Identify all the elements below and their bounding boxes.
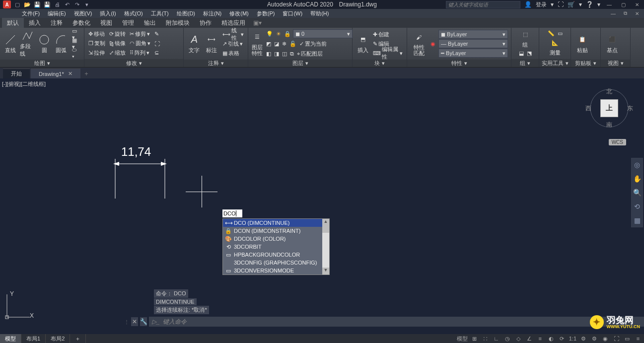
tab-close-icon[interactable]: ✕: [68, 70, 72, 77]
ribbon-tab-manage[interactable]: 管理: [117, 18, 139, 28]
layer-merge-icon[interactable]: ⧉: [289, 49, 295, 58]
linear-dim-button[interactable]: ⟷ 线性 ▾: [221, 30, 245, 39]
panel-expand-icon[interactable]: ▾: [47, 60, 50, 67]
menu-insert[interactable]: 插入(I): [96, 9, 120, 18]
layer-match-button[interactable]: ⌖ 匹配图层: [296, 49, 324, 58]
panel-expand-icon[interactable]: ▾: [593, 60, 596, 67]
viewcube-north[interactable]: 北: [606, 87, 612, 96]
cart-icon[interactable]: 🛒: [568, 1, 575, 8]
chevron-down-icon[interactable]: ▾: [579, 1, 582, 8]
panel-expand-icon[interactable]: ▾: [566, 60, 569, 67]
cmdline-close-icon[interactable]: ✕: [131, 317, 138, 326]
layer-thaw-icon[interactable]: ❄: [281, 39, 287, 48]
signin-label[interactable]: 登录: [536, 1, 547, 8]
isolate-icon[interactable]: ◉: [601, 335, 609, 343]
annovis-icon[interactable]: ⚙: [579, 335, 587, 343]
panel-expand-icon[interactable]: ▾: [305, 60, 308, 67]
ribbon-tab-param[interactable]: 参数化: [68, 18, 95, 28]
ribbon-tab-insert[interactable]: 插入: [24, 18, 46, 28]
layer-iso-icon[interactable]: ◩: [265, 39, 272, 48]
hardware-icon[interactable]: ⛶: [612, 335, 620, 343]
menu-param[interactable]: 参数(P): [253, 9, 279, 18]
viewcube-east[interactable]: 东: [627, 104, 633, 113]
panel-expand-icon[interactable]: ▾: [464, 60, 467, 67]
table-button[interactable]: ▦ 表格: [221, 49, 245, 58]
layer-on-icon[interactable]: 💡: [265, 29, 274, 38]
plot-icon[interactable]: 🖨: [54, 1, 61, 8]
mirror-button[interactable]: ⧎ 镜像: [108, 39, 127, 48]
cycling-icon[interactable]: ⟳: [558, 335, 566, 343]
pan-icon[interactable]: ✋: [633, 174, 642, 183]
workspace-icon[interactable]: ⚙: [590, 335, 598, 343]
menu-dim[interactable]: 标注(N): [199, 9, 225, 18]
layer-setcurrent-button[interactable]: ✓ 置为当前: [298, 39, 328, 48]
base-button[interactable]: ⬛基点: [604, 29, 621, 59]
text-button[interactable]: A文字: [187, 29, 202, 59]
layer-selector[interactable]: ◼ 0▾: [293, 29, 353, 38]
explode-button[interactable]: ⛶: [153, 39, 161, 48]
polyline-button[interactable]: 多段线: [20, 29, 35, 59]
zoom-icon[interactable]: 🔍: [633, 188, 642, 197]
signin-icon[interactable]: 👤: [524, 1, 532, 8]
dim-button[interactable]: ⟷标注: [204, 29, 219, 59]
measure-icon[interactable]: 📏: [547, 29, 556, 38]
menu-view[interactable]: 视图(V): [70, 9, 96, 18]
block-insert-button[interactable]: ⬒插入: [356, 29, 370, 59]
autocomplete-item[interactable]: 🎨DDCOLOR (COLOR): [223, 235, 329, 243]
app-logo-icon[interactable]: A: [3, 0, 11, 8]
dynamic-input[interactable]: DCO: [222, 209, 242, 217]
group-edit-icon[interactable]: ⬔: [526, 49, 533, 58]
lineweight-icon[interactable]: ≡: [536, 335, 544, 343]
trim-button[interactable]: ✂ 修剪 ▾: [129, 30, 151, 39]
menu-tools[interactable]: 工具(T): [147, 9, 173, 18]
doc-minimize-button[interactable]: —: [608, 10, 618, 17]
measure-button[interactable]: 📐测量: [547, 38, 564, 57]
customize-icon[interactable]: ≡: [634, 335, 642, 343]
otrack-icon[interactable]: ∠: [525, 335, 533, 343]
autocomplete-item[interactable]: ⟷DCO (DIMCONTINUE): [223, 219, 329, 227]
ribbon-minimize-icon[interactable]: ▣▾: [253, 19, 262, 26]
ucs-icon[interactable]: Y X: [3, 291, 33, 321]
layer-freeze-icon[interactable]: ☀: [275, 29, 282, 38]
viewcube-west[interactable]: 西: [585, 104, 591, 113]
autocomplete-item[interactable]: 3DCONFIG (GRAPHICSCONFIG): [223, 259, 329, 267]
autocomplete-item[interactable]: 🔒DCON (DIMCONSTRAINT): [223, 227, 329, 235]
panel-expand-icon[interactable]: ▾: [139, 60, 142, 67]
osnap-icon[interactable]: ◇: [514, 335, 522, 343]
copy-button[interactable]: ❐ 复制: [87, 39, 106, 48]
undo-icon[interactable]: ↶: [64, 1, 71, 8]
add-layout-button[interactable]: ＋: [70, 334, 86, 343]
block-editattr-button[interactable]: ⌨ 编辑属性 ▾: [372, 49, 404, 58]
open-icon[interactable]: 📂: [24, 1, 31, 8]
annoscale-label[interactable]: 1:1: [569, 336, 576, 342]
ribbon-tab-collab[interactable]: 协作: [195, 18, 216, 28]
menu-help[interactable]: 帮助(H): [306, 9, 333, 18]
fillet-button[interactable]: ◠ 圆角 ▾: [129, 39, 151, 48]
layer-unlock-icon[interactable]: 🔓: [288, 39, 297, 48]
array-button[interactable]: ⠿ 阵列 ▾: [129, 49, 151, 58]
leader-button[interactable]: ↗ 引线 ▾: [221, 39, 245, 48]
close-button[interactable]: ✕: [632, 1, 642, 8]
layout1-tab[interactable]: 布局1: [21, 334, 46, 343]
viewcube-south[interactable]: 南: [606, 121, 612, 129]
dimension-object[interactable]: 11,74: [112, 153, 172, 207]
rotate-button[interactable]: ⟳ 旋转: [108, 30, 127, 39]
menu-modify[interactable]: 修改(M): [225, 9, 253, 18]
layer-off-icon[interactable]: ◪: [273, 39, 280, 48]
cleanscreen-icon[interactable]: ▭: [623, 335, 631, 343]
selectall-icon[interactable]: ▭: [557, 29, 564, 38]
menu-file[interactable]: 文件(F): [18, 9, 44, 18]
tab-start[interactable]: 开始: [3, 69, 30, 78]
panel-expand-icon[interactable]: ▾: [527, 60, 530, 67]
viewcube[interactable]: 北 南 东 西 上: [589, 88, 629, 128]
transparency-icon[interactable]: ◐: [547, 335, 555, 343]
autocomplete-item[interactable]: ▭HPBACKGROUNDCOLOR: [223, 251, 329, 259]
polar-icon[interactable]: ◷: [503, 335, 511, 343]
showmotion-icon[interactable]: ▦: [633, 216, 642, 225]
circle-button[interactable]: 圆: [37, 29, 52, 59]
linetype-selector[interactable]: — ByLayer▾: [438, 39, 508, 48]
infocenter-search[interactable]: 键入关键字或短语: [446, 1, 520, 8]
new-icon[interactable]: ▢: [14, 1, 21, 8]
ribbon-tab-view[interactable]: 视图: [95, 18, 117, 28]
doc-restore-button[interactable]: ⧉: [620, 10, 630, 17]
